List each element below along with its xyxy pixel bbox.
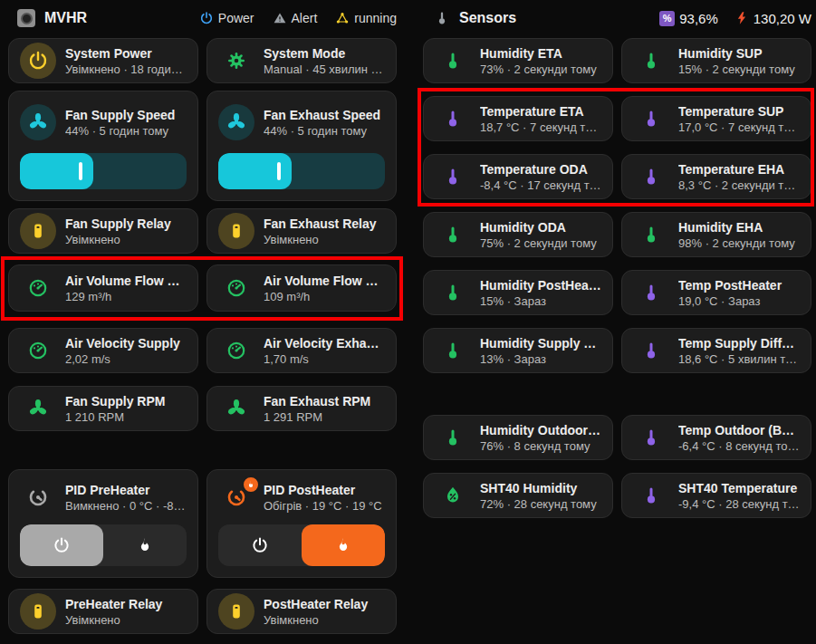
card-title: Air Volume Flow Exh… bbox=[264, 274, 385, 288]
card-humidity-eta[interactable]: Humidity ETA 73% · 2 секунди тому bbox=[423, 38, 613, 83]
power-value: 130,20 W bbox=[754, 11, 811, 26]
card-subtitle: 8,3 °C · 2 секунди тому bbox=[678, 178, 800, 192]
card-subtitle: 18,6 °C · 5 хвилин тому bbox=[678, 352, 800, 366]
card-humidity-oda[interactable]: Humidity ODA 75% · 2 секунди тому bbox=[423, 212, 613, 257]
fan-icon bbox=[218, 390, 254, 427]
card-subtitle: 75% · 2 секунди тому bbox=[480, 236, 601, 250]
card-subtitle: 17,0 °C · 7 секунд тому bbox=[678, 120, 800, 134]
gauge-icon bbox=[218, 270, 254, 306]
card-subtitle: Увімкнено · 18 годин т… bbox=[65, 62, 187, 76]
card-title: Fan Exhaust Speed bbox=[264, 108, 385, 122]
card-title: Fan Supply Speed bbox=[65, 108, 187, 122]
card-fan-supply-relay[interactable]: Fan Supply Relay Увімкнено bbox=[8, 208, 198, 254]
card-title: Humidity ETA bbox=[480, 46, 601, 61]
power-chip[interactable]: Power bbox=[199, 11, 254, 25]
card-title: Temp PostHeater bbox=[678, 278, 800, 293]
card-subtitle: 44% · 5 годин тому bbox=[264, 124, 385, 138]
fan-exhaust-speed-slider[interactable] bbox=[218, 153, 385, 189]
thermometer-icon bbox=[435, 101, 471, 137]
alert-chip[interactable]: Alert bbox=[273, 11, 318, 25]
fan-supply-speed-slider[interactable] bbox=[20, 153, 187, 189]
card-title: Temp Outdoor (Back) bbox=[678, 423, 800, 437]
card-title: Temperature ETA bbox=[480, 104, 601, 119]
card-temperature-eta[interactable]: Temperature ETA 18,7 °C · 7 секунд тому bbox=[423, 96, 613, 141]
card-temperature-oda[interactable]: Temperature ODA -8,4 °C · 17 секунд тому bbox=[423, 154, 613, 199]
card-title: PostHeater Relay bbox=[264, 597, 385, 611]
battery-percent-icon: % bbox=[659, 11, 675, 26]
relay-icon bbox=[20, 213, 56, 249]
card-humidity-supply-diffuser[interactable]: Humidity Supply Diff… 13% · Зараз bbox=[423, 328, 613, 373]
card-title: Temp Supply Diffuser bbox=[678, 336, 800, 351]
camera-lens-icon bbox=[17, 9, 35, 27]
postheater-off-button[interactable] bbox=[218, 524, 302, 566]
gauge-icon bbox=[20, 270, 56, 306]
battery-stat[interactable]: % 93,6% bbox=[659, 11, 718, 26]
card-system-mode[interactable]: System Mode Manual · 45 хвилин то… bbox=[206, 38, 397, 83]
card-title: Humidity ODA bbox=[480, 220, 601, 235]
card-subtitle: 109 m³/h bbox=[264, 290, 385, 303]
card-subtitle: Вимкнено · 0 °C · -8,4 °C bbox=[65, 499, 187, 513]
card-fan-supply-rpm[interactable]: Fan Supply RPM 1 210 RPM bbox=[8, 386, 198, 431]
thermometer-icon bbox=[633, 43, 669, 79]
postheater-heat-button[interactable] bbox=[302, 524, 385, 566]
running-chip-label: running bbox=[354, 11, 397, 25]
card-air-volume-flow-exhaust[interactable]: Air Volume Flow Exh… 109 m³/h bbox=[206, 264, 397, 312]
card-subtitle: Увімкнено bbox=[65, 233, 187, 246]
card-humidity-postheater[interactable]: Humidity PostHeater 15% · Зараз bbox=[423, 270, 613, 315]
preheater-heat-button[interactable] bbox=[103, 524, 187, 566]
power-icon bbox=[199, 11, 214, 25]
battery-value: 93,6% bbox=[679, 11, 718, 26]
card-postheater-relay[interactable]: PostHeater Relay Увімкнено bbox=[206, 589, 397, 634]
card-humidity-sup[interactable]: Humidity SUP 15% · 2 секунди тому bbox=[621, 38, 811, 83]
card-humidity-eha[interactable]: Humidity EHA 98% · 2 секунди тому bbox=[621, 212, 811, 257]
card-sht40-temperature[interactable]: SHT40 Temperature -9,4 °C · 28 секунд то… bbox=[621, 473, 811, 518]
card-fan-exhaust-speed[interactable]: Fan Exhaust Speed 44% · 5 годин тому bbox=[206, 91, 397, 201]
card-title: Fan Exhaust RPM bbox=[264, 394, 385, 409]
gauge-icon bbox=[218, 332, 254, 369]
card-pid-postheater[interactable]: PID PostHeater Обігрів · 19 °C · 19 °C bbox=[206, 469, 397, 578]
card-temperature-eha[interactable]: Temperature EHA 8,3 °C · 2 секунди тому bbox=[621, 154, 811, 199]
slider-handle[interactable] bbox=[277, 162, 281, 180]
card-fan-exhaust-relay[interactable]: Fan Exhaust Relay Увімкнено bbox=[206, 208, 397, 254]
relay-icon bbox=[218, 213, 254, 249]
card-temp-supply-diffuser[interactable]: Temp Supply Diffuser 18,6 °C · 5 хвилин … bbox=[621, 328, 811, 373]
card-sht40-humidity[interactable]: SHT40 Humidity 72% · 28 секунд тому bbox=[423, 473, 613, 518]
card-title: PreHeater Relay bbox=[65, 597, 187, 611]
gear-icon bbox=[218, 43, 254, 79]
thermometer-icon bbox=[633, 101, 669, 137]
card-fan-supply-speed[interactable]: Fan Supply Speed 44% · 5 годин тому bbox=[8, 91, 198, 201]
water-percent-icon bbox=[435, 477, 471, 514]
thermometer-icon bbox=[435, 274, 471, 311]
card-air-volume-flow-supply[interactable]: Air Volume Flow Sup… 129 m³/h bbox=[8, 264, 198, 312]
card-subtitle: 1,70 m/s bbox=[264, 352, 385, 366]
card-humidity-outdoor[interactable]: Humidity Outdoor (B… 76% · 8 секунд тому bbox=[423, 415, 613, 460]
card-title: Temperature EHA bbox=[678, 162, 800, 177]
card-subtitle: Увімкнено bbox=[65, 613, 187, 627]
page-title-sensors: Sensors bbox=[459, 10, 516, 26]
card-subtitle: 73% · 2 секунди тому bbox=[480, 62, 601, 76]
card-temp-postheater[interactable]: Temp PostHeater 19,0 °C · Зараз bbox=[621, 270, 811, 315]
card-air-velocity-exhaust[interactable]: Air Velocity Exhaust 1,70 m/s bbox=[206, 328, 397, 373]
card-air-velocity-supply[interactable]: Air Velocity Supply 2,02 m/s bbox=[8, 328, 198, 373]
power-stat[interactable]: 130,20 W bbox=[734, 11, 811, 26]
card-system-power[interactable]: System Power Увімкнено · 18 годин т… bbox=[8, 38, 198, 83]
card-subtitle: -6,4 °C · 8 секунд тому bbox=[678, 439, 800, 453]
card-pid-preheater[interactable]: PID PreHeater Вимкнено · 0 °C · -8,4 °C bbox=[8, 469, 198, 578]
thermometer-icon bbox=[633, 274, 669, 311]
page-title-mvhr: MVHR bbox=[44, 10, 87, 26]
card-temperature-sup[interactable]: Temperature SUP 17,0 °C · 7 секунд тому bbox=[621, 96, 811, 141]
thermometer-icon bbox=[633, 216, 669, 253]
running-chip[interactable]: running bbox=[335, 11, 397, 25]
thermometer-icon bbox=[435, 216, 471, 253]
card-title: PID PreHeater bbox=[65, 483, 187, 497]
lightning-bolt-icon bbox=[734, 11, 749, 25]
card-temp-outdoor[interactable]: Temp Outdoor (Back) -6,4 °C · 8 секунд т… bbox=[621, 415, 811, 460]
card-subtitle: 129 m³/h bbox=[65, 290, 187, 303]
slider-handle[interactable] bbox=[79, 162, 82, 180]
preheater-off-button[interactable] bbox=[20, 524, 103, 566]
card-title: Temperature ODA bbox=[480, 162, 601, 177]
alert-triangle-icon bbox=[273, 11, 287, 25]
card-fan-exhaust-rpm[interactable]: Fan Exhaust RPM 1 291 RPM bbox=[206, 386, 397, 431]
thermometer-icon bbox=[435, 159, 471, 195]
card-preheater-relay[interactable]: PreHeater Relay Увімкнено bbox=[8, 589, 198, 634]
